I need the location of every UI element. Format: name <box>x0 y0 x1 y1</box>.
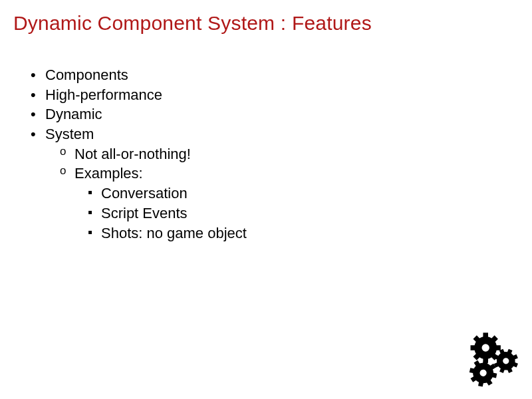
list-item-label: Shots: no game object <box>101 225 247 241</box>
list-item-label: Dynamic <box>45 106 102 122</box>
list-item: Shots: no game object <box>88 223 519 243</box>
list-item: Conversation <box>88 184 519 203</box>
list-item-label: Script Events <box>101 205 188 221</box>
list-item-label: Not all-or-nothing! <box>74 146 191 162</box>
slide: Dynamic Component System : Features Comp… <box>0 0 532 243</box>
bullet-list-level1: Components High-performance Dynamic Syst… <box>31 65 519 243</box>
bullet-list-level2: Not all-or-nothing! Examples: Conversati… <box>45 144 519 243</box>
list-item-label: Examples: <box>74 165 143 182</box>
bullet-list-level3: Conversation Script Events Shots: no gam… <box>74 184 519 243</box>
list-item-label: Conversation <box>101 185 188 201</box>
list-item: Examples: Conversation Script Events Sho… <box>60 164 519 243</box>
slide-content: Components High-performance Dynamic Syst… <box>13 65 519 243</box>
list-item: Not all-or-nothing! <box>60 144 519 164</box>
list-item: Script Events <box>88 203 519 223</box>
list-item-label: Components <box>45 66 128 83</box>
list-item-label: High-performance <box>45 86 162 103</box>
slide-title: Dynamic Component System : Features <box>13 12 519 35</box>
list-item-label: System <box>45 126 94 142</box>
list-item: Dynamic <box>31 104 519 124</box>
list-item: Components <box>31 65 519 85</box>
list-item: High-performance <box>31 85 519 105</box>
list-item: System Not all-or-nothing! Examples: Con… <box>31 124 519 243</box>
gears-icon <box>463 330 523 390</box>
